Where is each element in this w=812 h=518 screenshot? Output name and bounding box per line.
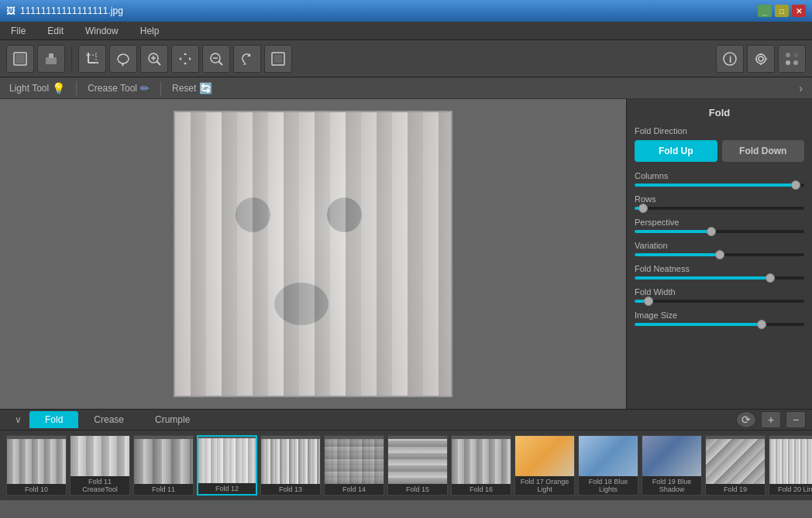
svg-point-20 xyxy=(756,54,766,63)
thumbnail-image-0 xyxy=(7,439,66,484)
move-tool-button[interactable] xyxy=(171,45,199,73)
tab-crease[interactable]: Crease xyxy=(78,411,139,428)
thumbnail-label-9: Fold 18 Blue Lights xyxy=(579,476,638,495)
right-panel: Fold Fold Direction Fold Up Fold Down Co… xyxy=(626,99,812,409)
thumbnail-label-12: Fold 20 Lines xyxy=(769,484,812,495)
perspective-slider[interactable] xyxy=(635,230,804,233)
thumbnail-8[interactable]: Fold 17 Orange Light xyxy=(514,435,575,496)
main-area: Fold Fold Direction Fold Up Fold Down Co… xyxy=(0,99,812,409)
fold-width-slider-row: Fold Width xyxy=(635,287,804,303)
thumbnail-image-2 xyxy=(134,439,193,484)
reset-label: Reset xyxy=(172,83,196,94)
export-button[interactable] xyxy=(264,45,292,73)
perspective-slider-row: Perspective xyxy=(635,218,804,233)
fold-width-label: Fold Width xyxy=(635,287,804,297)
light-tool-item[interactable]: Light Tool 💡 xyxy=(9,82,65,94)
thumbnail-10[interactable]: Fold 19 Blue Shadow xyxy=(642,435,702,496)
perspective-thumb[interactable] xyxy=(707,227,716,236)
rows-thumb[interactable] xyxy=(638,204,648,213)
reset-item[interactable]: Reset 🔄 xyxy=(172,82,212,94)
fold-width-thumb[interactable] xyxy=(644,297,653,306)
menu-help[interactable]: Help xyxy=(136,24,164,38)
variation-slider[interactable] xyxy=(635,253,804,256)
crease-tool-icon: ✏ xyxy=(140,82,150,94)
tab-remove-button[interactable]: − xyxy=(786,411,806,428)
minimize-button[interactable]: _ xyxy=(758,5,772,17)
rotate-button[interactable] xyxy=(233,45,261,73)
svg-rect-2 xyxy=(46,57,57,64)
thumbnail-image-4 xyxy=(261,439,320,484)
image-tool-button[interactable] xyxy=(6,45,34,73)
info-button[interactable]: i xyxy=(716,45,744,73)
secondary-toolbar-chevron[interactable]: › xyxy=(799,82,803,94)
toolbar-separator-1 xyxy=(71,47,72,70)
image-size-slider[interactable] xyxy=(635,323,804,326)
thumbnail-image-9 xyxy=(579,436,638,476)
svg-point-22 xyxy=(793,53,798,57)
thumbnail-label-10: Fold 19 Blue Shadow xyxy=(642,476,701,495)
tab-add-button[interactable]: + xyxy=(761,411,781,428)
effects-button[interactable] xyxy=(778,45,806,73)
lasso-tool-button[interactable] xyxy=(109,45,137,73)
fold-width-slider[interactable] xyxy=(635,300,804,303)
perspective-label: Perspective xyxy=(635,218,804,227)
thumbnail-image-12 xyxy=(769,439,812,484)
thumbnail-5[interactable]: Fold 14 xyxy=(324,435,384,496)
menubar: File Edit Window Help xyxy=(0,22,812,40)
thumbnail-image-5 xyxy=(325,439,384,484)
thumbnail-label-8: Fold 17 Orange Light xyxy=(515,476,574,495)
columns-slider[interactable] xyxy=(635,184,804,187)
thumbnail-11[interactable]: Fold 19 xyxy=(705,435,766,496)
bottom-tab-chevron[interactable]: ∨ xyxy=(6,414,29,425)
light-tool-label: Light Tool xyxy=(9,83,49,94)
thumbnail-3[interactable]: Fold 12 xyxy=(197,435,257,496)
image-size-slider-row: Image Size xyxy=(635,310,804,326)
columns-thumb[interactable] xyxy=(791,180,800,190)
reset-icon: 🔄 xyxy=(199,82,212,94)
rows-slider[interactable] xyxy=(635,207,804,210)
thumbnail-0[interactable]: Fold 10 xyxy=(6,435,67,496)
menu-window[interactable]: Window xyxy=(81,24,123,38)
menu-edit[interactable]: Edit xyxy=(43,24,68,38)
canvas-area xyxy=(0,99,626,409)
svg-point-23 xyxy=(786,60,790,65)
zoom-out-button[interactable] xyxy=(202,45,230,73)
svg-line-13 xyxy=(218,61,222,65)
svg-rect-3 xyxy=(49,53,53,58)
thumbnail-12[interactable]: Fold 20 Lines xyxy=(769,435,812,496)
variation-thumb[interactable] xyxy=(715,250,724,259)
tab-crumple[interactable]: Crumple xyxy=(139,411,205,428)
crease-tool-item[interactable]: Crease Tool ✏ xyxy=(88,82,150,94)
thumbnail-4[interactable]: Fold 13 xyxy=(260,435,321,496)
thumbnail-image-8 xyxy=(515,436,574,476)
settings-button[interactable] xyxy=(747,45,775,73)
thumbnail-image-6 xyxy=(388,439,447,484)
panel-title: Fold xyxy=(635,107,804,118)
rows-slider-row: Rows xyxy=(635,194,804,210)
fold-up-button[interactable]: Fold Up xyxy=(635,140,717,162)
thumbnail-7[interactable]: Fold 16 xyxy=(451,435,511,496)
fold-neatness-thumb[interactable] xyxy=(766,273,775,283)
fold-down-button[interactable]: Fold Down xyxy=(722,140,805,162)
svg-text:i: i xyxy=(729,54,731,65)
thumbnail-6[interactable]: Fold 15 xyxy=(387,435,448,496)
zoom-in-button[interactable] xyxy=(140,45,168,73)
maximize-button[interactable]: □ xyxy=(775,5,789,17)
thumbnail-label-0: Fold 10 xyxy=(7,484,66,495)
thumbnail-image-1 xyxy=(71,436,129,476)
fold-direction-label: Fold Direction xyxy=(635,126,804,136)
fold-neatness-slider[interactable] xyxy=(635,276,804,280)
title-bar-title: 🖼 11111111111111111.jpg xyxy=(6,5,123,16)
crop-tool-button[interactable] xyxy=(78,45,106,73)
stamp-tool-button[interactable] xyxy=(37,45,65,73)
thumbnail-image-10 xyxy=(642,436,701,476)
tab-recycle-button[interactable]: ⟳ xyxy=(736,411,756,428)
thumbnail-1[interactable]: Fold 11 CreaseTool xyxy=(70,435,130,496)
svg-point-21 xyxy=(786,53,790,57)
close-button[interactable]: ✕ xyxy=(792,5,806,17)
tab-fold[interactable]: Fold xyxy=(29,411,78,428)
menu-file[interactable]: File xyxy=(6,24,30,38)
image-size-thumb[interactable] xyxy=(757,320,766,329)
thumbnail-2[interactable]: Fold 11 xyxy=(133,435,194,496)
thumbnail-9[interactable]: Fold 18 Blue Lights xyxy=(578,435,638,496)
